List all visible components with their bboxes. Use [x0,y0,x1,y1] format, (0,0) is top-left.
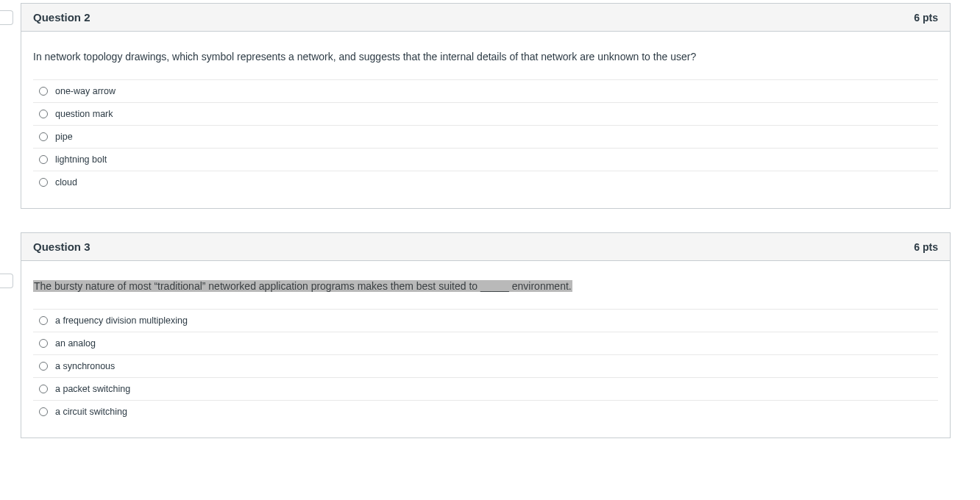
radio-icon[interactable] [39,87,48,96]
question-title: Question 3 [33,240,90,253]
question-points: 6 pts [914,12,938,24]
radio-icon[interactable] [39,155,48,164]
radio-icon[interactable] [39,339,48,348]
answer-label: an analog [55,338,932,349]
answer-row[interactable]: a circuit switching [33,401,938,423]
answer-label: cloud [55,177,932,188]
answer-list: one-way arrowquestion markpipelightning … [33,79,938,193]
radio-icon[interactable] [39,407,48,416]
answer-row[interactable]: a frequency division multiplexing [33,310,938,332]
answer-label: lightning bolt [55,154,932,165]
answer-label: a packet switching [55,384,932,394]
answer-row[interactable]: a packet switching [33,378,938,401]
answer-row[interactable]: an analog [33,332,938,355]
radio-icon[interactable] [39,316,48,325]
answer-row[interactable]: cloud [33,171,938,193]
question-side-tab[interactable] [0,10,13,25]
radio-icon[interactable] [39,178,48,187]
question-side-tab[interactable] [0,274,13,288]
question-prompt: The bursty nature of most “traditional” … [33,279,938,294]
radio-icon[interactable] [39,362,48,371]
answer-label: a synchronous [55,361,932,371]
answer-label: one-way arrow [55,86,932,96]
question-body: The bursty nature of most “traditional” … [21,261,950,438]
answer-row[interactable]: lightning bolt [33,149,938,171]
question-block: Question 26 ptsIn network topology drawi… [21,3,951,209]
radio-icon[interactable] [39,132,48,141]
answer-row[interactable]: a synchronous [33,355,938,378]
answer-label: pipe [55,132,932,142]
answer-label: a circuit switching [55,407,932,417]
answer-row[interactable]: one-way arrow [33,80,938,103]
answer-label: a frequency division multiplexing [55,315,932,326]
question-block: Question 36 ptsThe bursty nature of most… [21,232,951,438]
question-title: Question 2 [33,11,90,24]
answer-list: a frequency division multiplexingan anal… [33,309,938,423]
radio-icon[interactable] [39,385,48,393]
question-prompt-text: The bursty nature of most “traditional” … [33,280,572,292]
radio-icon[interactable] [39,110,48,118]
answer-row[interactable]: question mark [33,103,938,126]
question-body: In network topology drawings, which symb… [21,32,950,208]
question-header: Question 26 pts [21,4,950,32]
answer-label: question mark [55,109,932,119]
question-points: 6 pts [914,241,938,253]
question-header: Question 36 pts [21,233,950,261]
answer-row[interactable]: pipe [33,126,938,149]
question-prompt: In network topology drawings, which symb… [33,49,938,65]
